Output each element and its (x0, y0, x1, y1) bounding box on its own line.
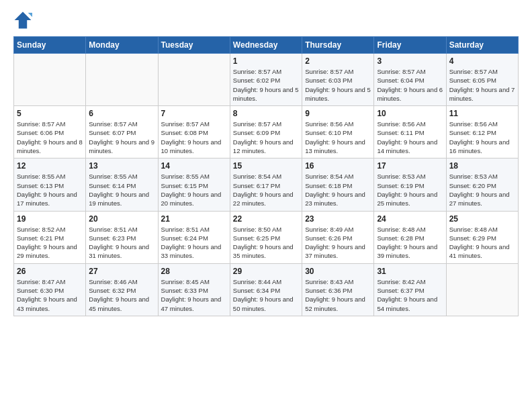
day-info: Sunrise: 8:50 AM Sunset: 6:25 PM Dayligh… (233, 225, 299, 261)
calendar-cell (446, 263, 518, 316)
calendar-cell: 18Sunrise: 8:53 AM Sunset: 6:20 PM Dayli… (446, 158, 518, 211)
weekday-header-sunday: Sunday (14, 37, 86, 54)
calendar-cell: 26Sunrise: 8:47 AM Sunset: 6:30 PM Dayli… (14, 263, 86, 316)
day-info: Sunrise: 8:48 AM Sunset: 6:28 PM Dayligh… (377, 225, 443, 261)
calendar-cell (86, 54, 158, 106)
day-info: Sunrise: 8:57 AM Sunset: 6:07 PM Dayligh… (89, 120, 154, 155)
day-info: Sunrise: 8:57 AM Sunset: 6:05 PM Dayligh… (449, 67, 515, 103)
day-number: 14 (161, 161, 227, 171)
day-info: Sunrise: 8:55 AM Sunset: 6:14 PM Dayligh… (89, 172, 154, 208)
calendar-cell: 16Sunrise: 8:54 AM Sunset: 6:18 PM Dayli… (302, 158, 374, 211)
weekday-header-thursday: Thursday (302, 37, 374, 54)
day-number: 20 (89, 214, 154, 224)
calendar-cell: 1Sunrise: 8:57 AM Sunset: 6:02 PM Daylig… (230, 54, 302, 106)
day-info: Sunrise: 8:42 AM Sunset: 6:37 PM Dayligh… (377, 277, 443, 313)
weekday-header-wednesday: Wednesday (230, 37, 302, 54)
day-number: 31 (377, 267, 443, 276)
day-number: 13 (89, 161, 154, 171)
calendar-cell (14, 54, 86, 106)
calendar-cell: 8Sunrise: 8:57 AM Sunset: 6:09 PM Daylig… (230, 106, 302, 158)
day-info: Sunrise: 8:52 AM Sunset: 6:21 PM Dayligh… (17, 225, 83, 261)
page: SundayMondayTuesdayWednesdayThursdayFrid… (0, 0, 532, 411)
logo (13, 11, 35, 30)
day-number: 10 (377, 109, 443, 118)
day-number: 5 (17, 109, 83, 118)
calendar-table: SundayMondayTuesdayWednesdayThursdayFrid… (13, 36, 519, 316)
calendar-cell (158, 54, 230, 106)
calendar-cell: 24Sunrise: 8:48 AM Sunset: 6:28 PM Dayli… (374, 211, 446, 263)
day-number: 25 (449, 214, 515, 224)
calendar-cell: 17Sunrise: 8:53 AM Sunset: 6:19 PM Dayli… (374, 158, 446, 211)
day-info: Sunrise: 8:44 AM Sunset: 6:34 PM Dayligh… (233, 277, 299, 313)
day-number: 1 (233, 56, 299, 66)
calendar-cell: 9Sunrise: 8:56 AM Sunset: 6:10 PM Daylig… (302, 106, 374, 158)
calendar-cell: 21Sunrise: 8:51 AM Sunset: 6:24 PM Dayli… (158, 211, 230, 263)
day-number: 7 (161, 109, 227, 118)
day-number: 16 (305, 161, 371, 171)
day-info: Sunrise: 8:57 AM Sunset: 6:03 PM Dayligh… (305, 67, 371, 103)
calendar-week-row: 5Sunrise: 8:57 AM Sunset: 6:06 PM Daylig… (14, 106, 519, 158)
day-number: 12 (17, 161, 83, 171)
calendar-cell: 4Sunrise: 8:57 AM Sunset: 6:05 PM Daylig… (446, 54, 518, 106)
day-info: Sunrise: 8:56 AM Sunset: 6:12 PM Dayligh… (449, 120, 515, 155)
day-info: Sunrise: 8:55 AM Sunset: 6:13 PM Dayligh… (17, 172, 83, 208)
svg-marker-0 (15, 12, 32, 29)
calendar-cell: 6Sunrise: 8:57 AM Sunset: 6:07 PM Daylig… (86, 106, 158, 158)
day-info: Sunrise: 8:51 AM Sunset: 6:23 PM Dayligh… (89, 225, 154, 261)
calendar-cell: 19Sunrise: 8:52 AM Sunset: 6:21 PM Dayli… (14, 211, 86, 263)
day-info: Sunrise: 8:56 AM Sunset: 6:10 PM Dayligh… (305, 120, 371, 155)
calendar-cell: 2Sunrise: 8:57 AM Sunset: 6:03 PM Daylig… (302, 54, 374, 106)
weekday-header-row: SundayMondayTuesdayWednesdayThursdayFrid… (14, 37, 519, 54)
calendar-week-row: 1Sunrise: 8:57 AM Sunset: 6:02 PM Daylig… (14, 54, 519, 106)
day-number: 18 (449, 161, 515, 171)
day-info: Sunrise: 8:57 AM Sunset: 6:09 PM Dayligh… (233, 120, 299, 155)
day-number: 29 (233, 267, 299, 276)
day-info: Sunrise: 8:51 AM Sunset: 6:24 PM Dayligh… (161, 225, 227, 261)
day-number: 15 (233, 161, 299, 171)
day-number: 17 (377, 161, 443, 171)
day-info: Sunrise: 8:47 AM Sunset: 6:30 PM Dayligh… (17, 277, 83, 313)
calendar-cell: 14Sunrise: 8:55 AM Sunset: 6:15 PM Dayli… (158, 158, 230, 211)
calendar-cell: 25Sunrise: 8:48 AM Sunset: 6:29 PM Dayli… (446, 211, 518, 263)
day-info: Sunrise: 8:57 AM Sunset: 6:06 PM Dayligh… (17, 120, 83, 155)
day-info: Sunrise: 8:55 AM Sunset: 6:15 PM Dayligh… (161, 172, 227, 208)
calendar-cell: 3Sunrise: 8:57 AM Sunset: 6:04 PM Daylig… (374, 54, 446, 106)
weekday-header-monday: Monday (86, 37, 158, 54)
day-number: 3 (377, 56, 443, 66)
calendar-cell: 5Sunrise: 8:57 AM Sunset: 6:06 PM Daylig… (14, 106, 86, 158)
day-number: 8 (233, 109, 299, 118)
calendar-cell: 7Sunrise: 8:57 AM Sunset: 6:08 PM Daylig… (158, 106, 230, 158)
day-number: 11 (449, 109, 515, 118)
calendar-cell: 22Sunrise: 8:50 AM Sunset: 6:25 PM Dayli… (230, 211, 302, 263)
day-info: Sunrise: 8:53 AM Sunset: 6:19 PM Dayligh… (377, 172, 443, 208)
calendar-cell: 31Sunrise: 8:42 AM Sunset: 6:37 PM Dayli… (374, 263, 446, 316)
day-info: Sunrise: 8:49 AM Sunset: 6:26 PM Dayligh… (305, 225, 371, 261)
day-info: Sunrise: 8:56 AM Sunset: 6:11 PM Dayligh… (377, 120, 443, 155)
calendar-week-row: 19Sunrise: 8:52 AM Sunset: 6:21 PM Dayli… (14, 211, 519, 263)
day-number: 23 (305, 214, 371, 224)
day-info: Sunrise: 8:45 AM Sunset: 6:33 PM Dayligh… (161, 277, 227, 313)
day-info: Sunrise: 8:57 AM Sunset: 6:04 PM Dayligh… (377, 67, 443, 103)
day-number: 30 (305, 267, 371, 276)
svg-marker-1 (28, 13, 32, 17)
calendar-cell: 13Sunrise: 8:55 AM Sunset: 6:14 PM Dayli… (86, 158, 158, 211)
weekday-header-saturday: Saturday (446, 37, 518, 54)
day-info: Sunrise: 8:54 AM Sunset: 6:18 PM Dayligh… (305, 172, 371, 208)
day-number: 22 (233, 214, 299, 224)
calendar-cell: 30Sunrise: 8:43 AM Sunset: 6:36 PM Dayli… (302, 263, 374, 316)
day-info: Sunrise: 8:43 AM Sunset: 6:36 PM Dayligh… (305, 277, 371, 313)
day-number: 21 (161, 214, 227, 224)
calendar-cell: 10Sunrise: 8:56 AM Sunset: 6:11 PM Dayli… (374, 106, 446, 158)
calendar-cell: 15Sunrise: 8:54 AM Sunset: 6:17 PM Dayli… (230, 158, 302, 211)
header (13, 11, 519, 30)
calendar-cell: 28Sunrise: 8:45 AM Sunset: 6:33 PM Dayli… (158, 263, 230, 316)
day-info: Sunrise: 8:57 AM Sunset: 6:08 PM Dayligh… (161, 120, 227, 155)
calendar-cell: 12Sunrise: 8:55 AM Sunset: 6:13 PM Dayli… (14, 158, 86, 211)
day-number: 24 (377, 214, 443, 224)
calendar-cell: 27Sunrise: 8:46 AM Sunset: 6:32 PM Dayli… (86, 263, 158, 316)
day-info: Sunrise: 8:46 AM Sunset: 6:32 PM Dayligh… (89, 277, 154, 313)
day-info: Sunrise: 8:53 AM Sunset: 6:20 PM Dayligh… (449, 172, 515, 208)
calendar-cell: 29Sunrise: 8:44 AM Sunset: 6:34 PM Dayli… (230, 263, 302, 316)
calendar-week-row: 26Sunrise: 8:47 AM Sunset: 6:30 PM Dayli… (14, 263, 519, 316)
weekday-header-friday: Friday (374, 37, 446, 54)
